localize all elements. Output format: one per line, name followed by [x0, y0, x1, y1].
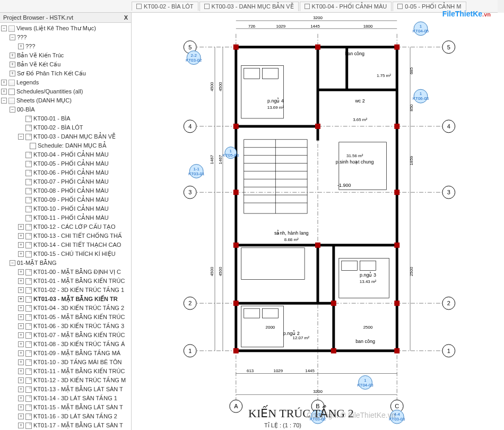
- tree-sheet-item[interactable]: +KT01-01 - MẶT BẰNG KIẾN TRÚC: [0, 277, 131, 286]
- svg-text:ban công: ban công: [345, 51, 364, 56]
- expand-icon[interactable]: +: [18, 314, 24, 320]
- drawing-canvas[interactable]: 1122334455ABC 1-1KT03-01 2-2KT03-02 1KT0…: [132, 13, 504, 430]
- collapse-icon[interactable]: −: [18, 134, 24, 140]
- tree-sheet-item[interactable]: +KT01-11 - MẶT BẰNG KIẾN TRÚC: [0, 367, 131, 376]
- expand-icon[interactable]: +: [18, 305, 24, 311]
- svg-text:wc 2: wc 2: [354, 98, 364, 104]
- expand-icon[interactable]: +: [10, 53, 15, 58]
- tree-sheet-item[interactable]: +KT01-05 - MẶT BẰNG KIẾN TRÚC: [0, 313, 131, 322]
- tree-schedule-item[interactable]: Schedule: DANH MỤC BẢ: [0, 141, 131, 150]
- tree-sheet-item[interactable]: KT00-02 - BÌA LÓT: [0, 123, 131, 132]
- tree-node[interactable]: +???: [0, 42, 131, 51]
- svg-rect-38: [233, 45, 239, 50]
- tree-sheet-item[interactable]: +KT01-15 - MẶT BẰNG LÁT SÀN T: [0, 403, 131, 412]
- svg-rect-28: [244, 68, 260, 79]
- sheet-label: KT00-02 - BÌA LÓT: [33, 124, 83, 132]
- sheet-icon: [25, 287, 32, 294]
- tree-sheet-item[interactable]: +KT01-10 - 3D TẦNG MÁI BÊ TÔN: [0, 358, 131, 367]
- tree-sheet-item[interactable]: KT00-10 - PHỐI CẢNH MÀU: [0, 204, 131, 213]
- sheet-label: KT01-08 - 3D KIẾN TRÚC TẦNG Á: [33, 340, 125, 348]
- tree-sheet-item[interactable]: +KT01-03 - MẶT BẰNG KIẾN TR: [0, 295, 131, 304]
- tree-node[interactable]: −00-BÌA: [0, 105, 131, 114]
- tree-sheet-item[interactable]: +KT01-07 - MẶT BẰNG KIẾN TRÚC: [0, 331, 131, 340]
- svg-text:p.sinh hoạt chung: p.sinh hoạt chung: [336, 159, 374, 165]
- expand-icon[interactable]: +: [18, 341, 24, 347]
- expand-icon[interactable]: +: [1, 89, 7, 94]
- expand-icon[interactable]: +: [18, 386, 24, 392]
- expand-icon[interactable]: +: [18, 423, 24, 428]
- expand-icon[interactable]: +: [18, 233, 24, 239]
- expand-icon[interactable]: +: [1, 80, 7, 85]
- svg-rect-43: [394, 124, 399, 129]
- tree-sheet-item[interactable]: +KT00-12 - CÁC LỚP CẤU TẠO: [0, 222, 131, 231]
- expand-icon[interactable]: +: [18, 44, 24, 49]
- expand-icon[interactable]: +: [18, 323, 24, 329]
- sheet-label: KT01-15 - MẶT BẰNG LÁT SÀN T: [33, 403, 123, 411]
- tree-sheet-item[interactable]: +KT01-02 - 3D KIẾN TRÚC TẦNG 1: [0, 286, 131, 295]
- expand-icon[interactable]: +: [18, 359, 24, 365]
- project-browser-title[interactable]: Project Browser - HSTK.rvt X: [0, 13, 131, 23]
- expand-icon[interactable]: +: [10, 62, 15, 67]
- tree-node[interactable]: −???: [0, 33, 131, 42]
- svg-rect-8: [236, 47, 397, 351]
- tree-sheet-item[interactable]: +KT01-04 - 3D KIẾN TRÚC TẦNG 2: [0, 304, 131, 313]
- collapse-icon[interactable]: −: [1, 98, 7, 104]
- tree-sheet-item[interactable]: KT00-04 - PHỐI CẢNH MÀU: [0, 150, 131, 159]
- expand-icon[interactable]: +: [18, 368, 24, 374]
- tree-sheet-item[interactable]: +KT01-14 - 3D LÁT SÀN TẦNG 1: [0, 394, 131, 403]
- expand-icon[interactable]: +: [18, 350, 24, 356]
- tree-sheet-item[interactable]: +KT01-09 - MẶT BẰNG TẦNG MÁ: [0, 349, 131, 358]
- expand-icon[interactable]: +: [18, 287, 24, 293]
- close-icon[interactable]: X: [124, 14, 128, 21]
- expand-icon[interactable]: +: [18, 296, 24, 302]
- tree-sheet-item[interactable]: KT00-08 - PHỐI CẢNH MÀU: [0, 186, 131, 195]
- svg-text:1467: 1467: [218, 154, 223, 164]
- tree-node[interactable]: +Bản Vẽ Kết Cấu: [0, 60, 131, 69]
- tree-node[interactable]: +Sơ Đồ Phân Tích Kết Cấu: [0, 69, 131, 78]
- expand-icon[interactable]: +: [18, 224, 24, 230]
- expand-icon[interactable]: +: [18, 414, 24, 419]
- tree-sheet-item[interactable]: KT00-05 - PHỐI CẢNH MÀU: [0, 159, 131, 168]
- expand-icon[interactable]: +: [18, 332, 24, 338]
- expand-icon[interactable]: +: [18, 377, 24, 383]
- tree-node-sheets[interactable]: −Sheets (DANH MỤC): [0, 96, 131, 105]
- expand-icon[interactable]: +: [18, 251, 24, 257]
- tree-sheet-item[interactable]: KT00-09 - PHỐI CẢNH MÀU: [0, 195, 131, 204]
- view-tab[interactable]: KT00-02 - BÌA LÓT: [132, 2, 198, 11]
- collapse-icon[interactable]: −: [10, 260, 15, 266]
- tree-sheet-item[interactable]: +KT00-15 - CHÚ THÍCH KÍ HIỆU: [0, 250, 131, 259]
- view-tabs-bar: KT00-02 - BÌA LÓT KT00-03 - DANH MỤC BẢN…: [0, 0, 504, 13]
- collapse-icon[interactable]: −: [10, 107, 15, 113]
- tree-sheet-item[interactable]: KT00-01 - BÌA: [0, 114, 131, 123]
- tree-sheet-item[interactable]: KT00-06 - PHỐI CẢNH MÀU: [0, 168, 131, 177]
- expand-icon[interactable]: +: [18, 405, 24, 410]
- view-tab[interactable]: KT00-03 - DANH MỤC BẢN VẼ: [199, 2, 299, 11]
- expand-icon[interactable]: +: [18, 269, 24, 275]
- tab-label: KT00-03 - DANH MỤC BẢN VẼ: [212, 3, 294, 10]
- view-tab[interactable]: KT00-04 - PHỐI CẢNH MÀU: [300, 2, 392, 11]
- tree-node[interactable]: −01-MẶT BẰNG: [0, 259, 131, 268]
- tree-sheet-item[interactable]: +KT01-12 - 3D KIẾN TRÚC TẦNG M: [0, 376, 131, 385]
- tree-sheet-item[interactable]: +KT01-08 - 3D KIẾN TRÚC TẦNG Á: [0, 340, 131, 349]
- sheet-icon: [25, 296, 32, 303]
- tree-sheet-item[interactable]: +KT00-13 - CHI TIẾT CHỐNG THẤ: [0, 231, 131, 240]
- tree-node-legends[interactable]: +Legends: [0, 78, 131, 87]
- expand-icon[interactable]: +: [10, 71, 15, 76]
- tree-node[interactable]: +Bản Vẽ Kiến Trúc: [0, 51, 131, 60]
- collapse-icon[interactable]: −: [1, 25, 7, 31]
- tree-sheet-item[interactable]: KT00-11 - PHỐI CẢNH MÀU: [0, 213, 131, 222]
- tree-sheet-item[interactable]: +KT01-00 - MẶT BẰNG ĐỊNH VỊ C: [0, 268, 131, 277]
- expand-icon[interactable]: +: [18, 395, 24, 401]
- tree-sheet-item[interactable]: +KT01-13 - MẶT BẰNG LÁT SÀN T: [0, 385, 131, 394]
- tree-sheet-item[interactable]: −KT00-03 - DANH MỤC BẢN VẼ: [0, 132, 131, 141]
- tree-sheet-item[interactable]: +KT01-06 - 3D KIẾN TRÚC TẦNG 3: [0, 322, 131, 331]
- expand-icon[interactable]: +: [18, 278, 24, 284]
- tree-sheet-item[interactable]: +KT01-16 - 3D LÁT SÀN TẦNG 2: [0, 412, 131, 421]
- tree-sheet-item[interactable]: +KT00-14 - CHI TIẾT THẠCH CAO: [0, 240, 131, 250]
- tree-sheet-item[interactable]: +KT01-17 - MẶT BẰNG LÁT SÀN T: [0, 421, 131, 430]
- tree-node-views[interactable]: −Views (Liệt Kê Theo Thư Mục): [0, 24, 131, 33]
- collapse-icon[interactable]: −: [10, 35, 15, 40]
- expand-icon[interactable]: +: [18, 242, 24, 248]
- tree-sheet-item[interactable]: KT00-07 - PHỐI CẢNH MÀU: [0, 177, 131, 186]
- tree-node-schedules[interactable]: +Schedules/Quantities (all): [0, 87, 131, 96]
